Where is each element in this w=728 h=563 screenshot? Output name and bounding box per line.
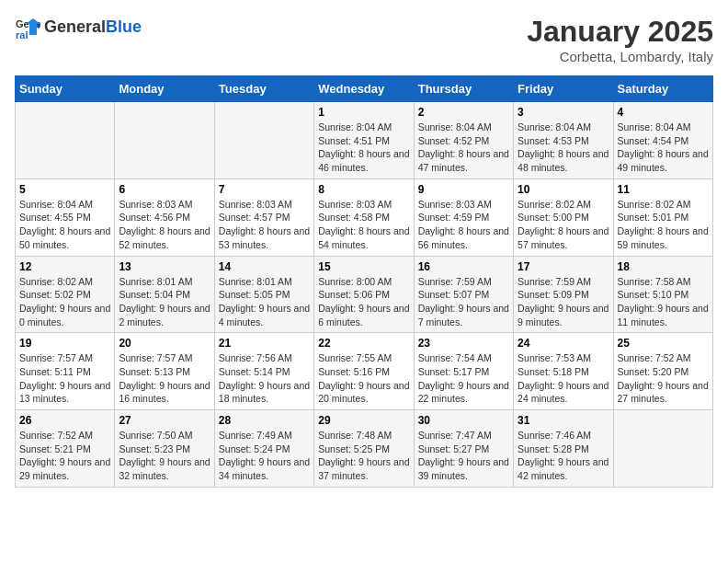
day-info: Sunrise: 7:49 AM Sunset: 5:24 PM Dayligh…: [219, 429, 310, 483]
calendar-cell: 1Sunrise: 8:04 AM Sunset: 4:51 PM Daylig…: [314, 102, 414, 179]
calendar-cell: 17Sunrise: 7:59 AM Sunset: 5:09 PM Dayli…: [514, 256, 613, 333]
day-number: 27: [119, 414, 210, 427]
day-number: 29: [318, 414, 409, 427]
calendar-cell: 18Sunrise: 7:58 AM Sunset: 5:10 PM Dayli…: [613, 256, 712, 333]
calendar-cell: 13Sunrise: 8:01 AM Sunset: 5:04 PM Dayli…: [115, 256, 214, 333]
day-number: 19: [19, 337, 110, 350]
day-info: Sunrise: 8:04 AM Sunset: 4:51 PM Dayligh…: [318, 121, 409, 175]
day-number: 15: [318, 260, 409, 273]
day-number: 31: [518, 414, 609, 427]
day-number: 1: [318, 106, 409, 119]
day-info: Sunrise: 7:46 AM Sunset: 5:28 PM Dayligh…: [518, 429, 609, 483]
day-info: Sunrise: 7:53 AM Sunset: 5:18 PM Dayligh…: [518, 351, 609, 406]
day-number: 10: [518, 183, 609, 196]
logo-blue-text: Blue: [106, 17, 142, 36]
logo-general-text: General: [44, 17, 106, 36]
calendar-cell: 2Sunrise: 8:04 AM Sunset: 4:52 PM Daylig…: [414, 102, 513, 179]
day-info: Sunrise: 8:04 AM Sunset: 4:53 PM Dayligh…: [518, 121, 609, 175]
day-number: 23: [418, 337, 509, 350]
calendar-cell: 14Sunrise: 8:01 AM Sunset: 5:05 PM Dayli…: [214, 256, 313, 333]
calendar-cell: 6Sunrise: 8:03 AM Sunset: 4:56 PM Daylig…: [115, 178, 214, 256]
header-day-tuesday: Tuesday: [214, 76, 313, 102]
day-info: Sunrise: 7:52 AM Sunset: 5:21 PM Dayligh…: [19, 429, 110, 483]
day-number: 2: [418, 106, 509, 119]
day-number: 16: [418, 260, 509, 273]
day-info: Sunrise: 8:03 AM Sunset: 4:58 PM Dayligh…: [318, 198, 409, 252]
day-number: 12: [19, 260, 110, 273]
calendar-cell: [613, 410, 712, 488]
day-number: 30: [418, 414, 509, 427]
day-info: Sunrise: 8:03 AM Sunset: 4:57 PM Dayligh…: [219, 198, 310, 252]
calendar-cell: 22Sunrise: 7:55 AM Sunset: 5:16 PM Dayli…: [314, 333, 414, 410]
calendar-cell: 28Sunrise: 7:49 AM Sunset: 5:24 PM Dayli…: [214, 410, 313, 488]
day-info: Sunrise: 8:04 AM Sunset: 4:52 PM Dayligh…: [418, 121, 509, 175]
calendar-table: SundayMondayTuesdayWednesdayThursdayFrid…: [15, 75, 713, 488]
calendar-header: SundayMondayTuesdayWednesdayThursdayFrid…: [16, 76, 713, 102]
day-number: 11: [618, 183, 709, 196]
calendar-cell: 5Sunrise: 8:04 AM Sunset: 4:55 PM Daylig…: [16, 178, 115, 256]
day-number: 7: [219, 183, 310, 196]
day-info: Sunrise: 8:00 AM Sunset: 5:06 PM Dayligh…: [318, 275, 409, 329]
day-info: Sunrise: 8:03 AM Sunset: 4:56 PM Dayligh…: [119, 198, 210, 252]
day-number: 24: [518, 337, 609, 350]
logo-icon: Gene ral: [15, 15, 40, 40]
week-row-1: 1Sunrise: 8:04 AM Sunset: 4:51 PM Daylig…: [16, 102, 713, 179]
day-info: Sunrise: 7:59 AM Sunset: 5:07 PM Dayligh…: [418, 275, 509, 329]
calendar-cell: 11Sunrise: 8:02 AM Sunset: 5:01 PM Dayli…: [613, 178, 712, 256]
calendar-cell: 8Sunrise: 8:03 AM Sunset: 4:58 PM Daylig…: [314, 178, 414, 256]
calendar-cell: 7Sunrise: 8:03 AM Sunset: 4:57 PM Daylig…: [214, 178, 313, 256]
logo: Gene ral GeneralBlue: [15, 15, 142, 40]
day-number: 26: [19, 414, 110, 427]
day-info: Sunrise: 7:57 AM Sunset: 5:11 PM Dayligh…: [19, 351, 110, 406]
day-info: Sunrise: 7:58 AM Sunset: 5:10 PM Dayligh…: [618, 275, 709, 329]
day-info: Sunrise: 7:59 AM Sunset: 5:09 PM Dayligh…: [518, 275, 609, 329]
day-number: 3: [518, 106, 609, 119]
page-header: Gene ral GeneralBlue January 2025 Corbet…: [15, 15, 713, 64]
calendar-cell: 26Sunrise: 7:52 AM Sunset: 5:21 PM Dayli…: [16, 410, 115, 488]
calendar-cell: [214, 102, 313, 179]
day-info: Sunrise: 7:56 AM Sunset: 5:14 PM Dayligh…: [219, 351, 310, 406]
day-info: Sunrise: 8:02 AM Sunset: 5:02 PM Dayligh…: [19, 275, 110, 329]
day-number: 9: [418, 183, 509, 196]
header-row: SundayMondayTuesdayWednesdayThursdayFrid…: [16, 76, 713, 102]
calendar-cell: 27Sunrise: 7:50 AM Sunset: 5:23 PM Dayli…: [115, 410, 214, 488]
calendar-cell: 19Sunrise: 7:57 AM Sunset: 5:11 PM Dayli…: [16, 333, 115, 410]
location-subtitle: Corbetta, Lombardy, Italy: [527, 49, 713, 64]
calendar-cell: 21Sunrise: 7:56 AM Sunset: 5:14 PM Dayli…: [214, 333, 313, 410]
title-block: January 2025 Corbetta, Lombardy, Italy: [527, 15, 713, 64]
day-info: Sunrise: 8:04 AM Sunset: 4:55 PM Dayligh…: [19, 198, 110, 252]
month-title: January 2025: [527, 15, 713, 49]
calendar-cell: 23Sunrise: 7:54 AM Sunset: 5:17 PM Dayli…: [414, 333, 513, 410]
day-number: 4: [618, 106, 709, 119]
day-number: 20: [119, 337, 210, 350]
day-info: Sunrise: 8:02 AM Sunset: 5:00 PM Dayligh…: [518, 198, 609, 252]
calendar-cell: [115, 102, 214, 179]
week-row-3: 12Sunrise: 8:02 AM Sunset: 5:02 PM Dayli…: [16, 256, 713, 333]
calendar-cell: 10Sunrise: 8:02 AM Sunset: 5:00 PM Dayli…: [514, 178, 613, 256]
day-info: Sunrise: 7:52 AM Sunset: 5:20 PM Dayligh…: [618, 351, 709, 406]
calendar-cell: 30Sunrise: 7:47 AM Sunset: 5:27 PM Dayli…: [414, 410, 513, 488]
header-day-saturday: Saturday: [613, 76, 712, 102]
day-info: Sunrise: 7:47 AM Sunset: 5:27 PM Dayligh…: [418, 429, 509, 483]
day-number: 17: [518, 260, 609, 273]
header-day-thursday: Thursday: [414, 76, 513, 102]
day-number: 13: [119, 260, 210, 273]
svg-text:ral: ral: [16, 29, 28, 40]
header-day-sunday: Sunday: [16, 76, 115, 102]
day-number: 6: [119, 183, 210, 196]
day-info: Sunrise: 7:54 AM Sunset: 5:17 PM Dayligh…: [418, 351, 509, 406]
header-day-monday: Monday: [115, 76, 214, 102]
week-row-4: 19Sunrise: 7:57 AM Sunset: 5:11 PM Dayli…: [16, 333, 713, 410]
calendar-cell: 29Sunrise: 7:48 AM Sunset: 5:25 PM Dayli…: [314, 410, 414, 488]
calendar-cell: 9Sunrise: 8:03 AM Sunset: 4:59 PM Daylig…: [414, 178, 513, 256]
day-number: 21: [219, 337, 310, 350]
calendar-cell: 24Sunrise: 7:53 AM Sunset: 5:18 PM Dayli…: [514, 333, 613, 410]
day-info: Sunrise: 8:02 AM Sunset: 5:01 PM Dayligh…: [618, 198, 709, 252]
header-day-friday: Friday: [514, 76, 613, 102]
calendar-cell: 3Sunrise: 8:04 AM Sunset: 4:53 PM Daylig…: [514, 102, 613, 179]
day-info: Sunrise: 8:04 AM Sunset: 4:54 PM Dayligh…: [618, 121, 709, 175]
day-number: 25: [618, 337, 709, 350]
day-number: 22: [318, 337, 409, 350]
day-number: 8: [318, 183, 409, 196]
day-info: Sunrise: 7:50 AM Sunset: 5:23 PM Dayligh…: [119, 429, 210, 483]
